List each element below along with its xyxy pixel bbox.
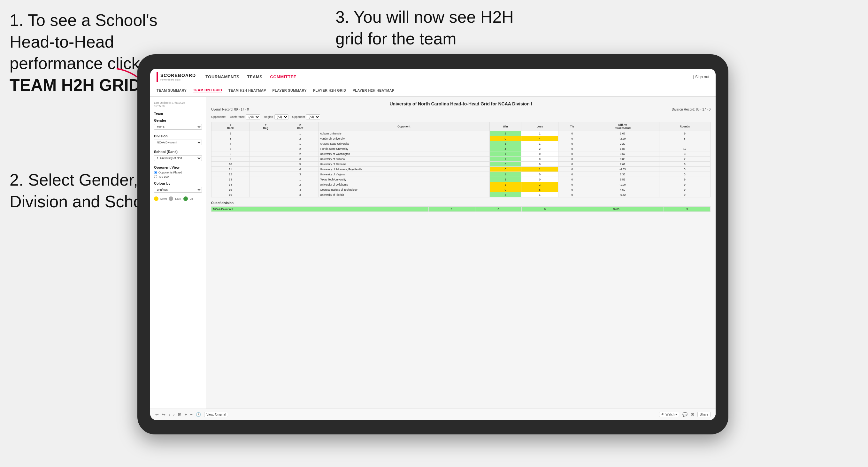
- sign-out-link[interactable]: | Sign out: [693, 75, 710, 79]
- watch-btn[interactable]: 👁 Watch ▾: [659, 412, 679, 417]
- cell-loss: 4: [521, 136, 558, 141]
- conference-select[interactable]: (All): [246, 114, 260, 120]
- cell-rounds: 3: [659, 151, 710, 157]
- cell-rounds: 8: [659, 162, 710, 167]
- gender-label: Gender: [154, 119, 202, 122]
- cell-diff: -2.29: [586, 136, 659, 141]
- school-select[interactable]: 1. University of Nort...: [154, 155, 202, 161]
- cell-win: 0: [489, 187, 521, 192]
- conference-filter: Conference (All): [230, 114, 260, 120]
- cell-conf: 5: [282, 162, 318, 167]
- cell-opponent: Georgia Institute of Technology: [318, 187, 489, 192]
- colour-by-select[interactable]: Win/loss: [154, 187, 202, 193]
- cell-conf: 1: [282, 131, 318, 136]
- comment-icon[interactable]: 💬: [682, 412, 687, 417]
- forward-icon[interactable]: ›: [173, 412, 175, 417]
- cell-tie: 0: [558, 136, 586, 141]
- cell-win: 3: [489, 162, 521, 167]
- clock-icon[interactable]: 🕐: [196, 412, 201, 417]
- ood-tie: 0: [522, 207, 568, 212]
- cell-rank: 3: [212, 136, 249, 141]
- cell-rounds: 9: [659, 131, 710, 136]
- table-row: 14 2 University of Oklahoma 1 2 0 -1.00 …: [212, 182, 711, 187]
- cell-tie: 0: [558, 182, 586, 187]
- region-select[interactable]: (All): [274, 114, 288, 120]
- cell-loss: 1: [521, 141, 558, 146]
- division-select[interactable]: NCAA Division I: [154, 139, 202, 145]
- color-dot-down: [154, 196, 158, 201]
- subnav-player-summary[interactable]: PLAYER SUMMARY: [273, 89, 307, 93]
- colour-by-label: Colour by: [154, 181, 202, 185]
- school-label: School (Rank): [154, 150, 202, 154]
- cell-win: 0: [489, 136, 521, 141]
- undo-icon[interactable]: ↩: [155, 412, 159, 417]
- tablet: SCOREBOARD Powered by clippi TOURNAMENTS…: [137, 54, 728, 434]
- cell-tie: 0: [558, 187, 586, 192]
- cell-rank: 14: [212, 182, 249, 187]
- cell-loss: 1: [521, 131, 558, 136]
- cell-rounds: 3: [659, 167, 710, 172]
- cell-rank: 4: [212, 141, 249, 146]
- cell-tie: 0: [558, 146, 586, 151]
- table-row: 6 2 Florida State University 4 2 0 1.83 …: [212, 146, 711, 151]
- table-row: 10 5 University of Alabama 3 0 0 2.61 8: [212, 162, 711, 167]
- cell-conf: 2: [282, 182, 318, 187]
- cell-rank: 10: [212, 162, 249, 167]
- cell-opponent: University of Arizona: [318, 157, 489, 162]
- cell-conf: 3: [282, 192, 318, 197]
- cell-rounds: 9: [659, 187, 710, 192]
- nav-committee[interactable]: COMMITTEE: [270, 74, 297, 79]
- cell-opponent: Texas Tech University: [318, 177, 489, 182]
- subnav-team-summary[interactable]: TEAM SUMMARY: [157, 89, 187, 93]
- nav-tournaments[interactable]: TOURNAMENTS: [206, 74, 239, 79]
- cell-diff: 9.00: [586, 157, 659, 162]
- cell-tie: 0: [558, 157, 586, 162]
- cell-reg: [249, 177, 282, 182]
- division-label: Division: [154, 134, 202, 138]
- col-rank: #Rank: [212, 122, 249, 131]
- cell-reg: [249, 141, 282, 146]
- cell-tie: 0: [558, 141, 586, 146]
- ood-loss: 0: [475, 207, 522, 212]
- subnav-team-h2h-heatmap[interactable]: TEAM H2H HEATMAP: [228, 89, 266, 93]
- opponent-view-group: Opponents Played Top 100: [154, 171, 202, 178]
- add-icon[interactable]: +: [185, 412, 187, 417]
- back-icon[interactable]: ‹: [169, 412, 170, 417]
- subnav-player-h2h-heatmap[interactable]: PLAYER H2H HEATMAP: [353, 89, 395, 93]
- cell-reg: [249, 136, 282, 141]
- cell-tie: 0: [558, 167, 586, 172]
- opponent-select[interactable]: (All): [306, 114, 320, 120]
- nav-teams[interactable]: TEAMS: [247, 74, 262, 79]
- cell-loss: 2: [521, 182, 558, 187]
- cell-opponent: Florida State University: [318, 146, 489, 151]
- cell-opponent: University of Alabama: [318, 162, 489, 167]
- cell-conf: 2: [282, 146, 318, 151]
- cell-rounds: 9: [659, 182, 710, 187]
- filters-row: Opponents: Conference (All) Region (All): [211, 114, 711, 120]
- present-icon[interactable]: ⊠: [691, 412, 694, 417]
- cell-reg: [249, 162, 282, 167]
- gender-select[interactable]: Men's: [154, 124, 202, 130]
- cell-tie: 0: [558, 177, 586, 182]
- subnav-player-h2h-grid[interactable]: PLAYER H2H GRID: [313, 89, 346, 93]
- cell-diff: 1.67: [586, 131, 659, 136]
- out-of-division-table: NCAA Division II 1 0 0 26.00 3: [211, 206, 711, 212]
- radio-top-100[interactable]: Top 100: [154, 175, 202, 178]
- cell-diff: 4.50: [586, 187, 659, 192]
- subnav-team-h2h-grid[interactable]: TEAM H2H GRID: [193, 88, 222, 93]
- cell-reg: [249, 131, 282, 136]
- view-original-btn[interactable]: View: Original: [204, 412, 228, 417]
- h2h-table: #Rank #Reg #Conf Opponent Win Loss Tie D…: [211, 122, 711, 197]
- radio-opponents-played[interactable]: Opponents Played: [154, 171, 202, 174]
- redo-icon[interactable]: ↪: [162, 412, 165, 417]
- crop-icon[interactable]: ⊞: [178, 412, 182, 417]
- grid-title: University of North Carolina Head-to-Hea…: [211, 101, 711, 106]
- instruction-step2: 2. Select Gender, Division and School: [9, 169, 157, 212]
- share-btn[interactable]: Share: [698, 412, 711, 417]
- cell-conf: 4: [282, 187, 318, 192]
- cell-opponent: Arizona State University: [318, 141, 489, 146]
- col-tie: Tie: [558, 122, 586, 131]
- cell-tie: 0: [558, 131, 586, 136]
- dash-icon[interactable]: −: [190, 412, 193, 417]
- ood-rounds: 3: [664, 207, 711, 212]
